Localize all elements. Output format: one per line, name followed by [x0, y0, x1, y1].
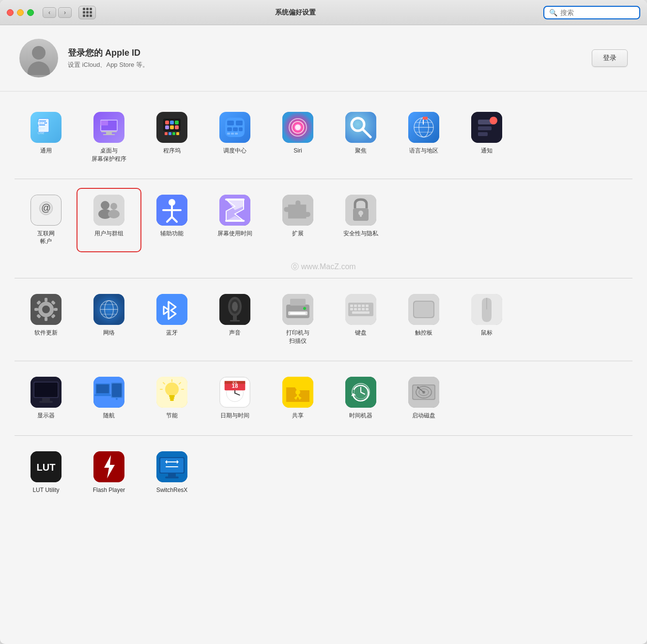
svg-rect-14 [163, 119, 181, 131]
notification-icon [471, 112, 502, 143]
trackpad-svg [408, 294, 439, 325]
siri-svg [282, 112, 313, 143]
apple-id-subtitle: 设置 iCloud、App Store 等。 [68, 61, 592, 69]
minimize-button[interactable] [17, 9, 24, 16]
pref-switchresx[interactable]: SwitchResX [140, 445, 203, 500]
svg-point-81 [44, 307, 48, 312]
svg-text:LUT: LUT [37, 462, 56, 473]
maximize-button[interactable] [27, 9, 34, 16]
system-preferences-window: ‹ › 系统偏好设置 🔍 登录您的 Apple ID 设置 iCloud、App [0, 0, 647, 644]
notification-label: 通知 [481, 147, 493, 155]
screentime-label: 屏幕使用时间 [217, 230, 252, 238]
pref-mission[interactable]: 调度中心 [203, 106, 266, 169]
third-party-icons-grid: LUT LUT Utility Flash Player [15, 441, 632, 505]
pref-language[interactable]: 语言与地区 [392, 106, 455, 169]
pref-datetime[interactable]: 18 JUL 日期与时间 [203, 371, 266, 426]
pref-flash[interactable]: Flash Player [77, 445, 140, 500]
system-icons-grid: 显示器 [15, 366, 632, 430]
datetime-svg: 18 JUL [220, 377, 250, 408]
svg-rect-116 [366, 305, 369, 307]
dock-svg [161, 117, 183, 138]
svg-rect-102 [233, 315, 237, 320]
signin-button[interactable]: 登录 [592, 49, 628, 67]
svg-rect-29 [233, 127, 238, 131]
svg-rect-30 [239, 127, 243, 131]
svg-rect-138 [112, 383, 122, 397]
pref-bluetooth[interactable]: 蓝牙 [140, 288, 203, 351]
lut-icon: LUT [31, 451, 62, 482]
svg-point-161 [295, 390, 300, 395]
pref-security[interactable]: 安全性与隐私 [329, 189, 392, 252]
pref-general[interactable]: File New One 通用 [15, 106, 77, 169]
pref-energy[interactable]: 节能 [140, 371, 203, 426]
svg-rect-15 [165, 132, 168, 135]
sound-label: 声音 [229, 329, 241, 337]
search-box[interactable]: 🔍 [543, 6, 640, 19]
sharing-svg [282, 377, 313, 408]
close-button[interactable] [7, 9, 14, 16]
accessibility-svg [156, 195, 187, 226]
printer-icon [282, 294, 313, 325]
software-icon [31, 294, 62, 325]
pref-screentime[interactable]: 屏幕使用时间 [203, 189, 266, 252]
pref-mouse[interactable]: 鼠标 [455, 288, 518, 351]
general-label: 通用 [40, 147, 52, 155]
startup-label: 启动磁盘 [412, 412, 435, 420]
switchresx-icon [156, 451, 187, 482]
svg-rect-24 [175, 125, 179, 129]
lut-label: LUT Utility [32, 486, 59, 494]
startup-icon [408, 377, 439, 408]
svg-rect-112 [350, 305, 353, 307]
pref-internet[interactable]: @ 互联网帐户 [15, 189, 77, 252]
pref-desktop[interactable]: 桌面与屏幕保护程序 [77, 106, 140, 169]
pref-sidecar[interactable]: 随航 [77, 371, 140, 426]
svg-point-101 [232, 302, 238, 311]
svg-rect-120 [362, 308, 365, 310]
pref-dock[interactable]: 程序坞 [140, 106, 203, 169]
pref-users-groups[interactable]: 用户与群组 [77, 189, 140, 252]
mouse-svg [471, 294, 502, 325]
pref-lut[interactable]: LUT LUT Utility [15, 445, 77, 500]
svg-point-63 [169, 199, 175, 206]
pref-extensions[interactable]: 扩展 [266, 189, 329, 252]
pref-timemachine[interactable]: 时间机器 [329, 371, 392, 426]
dock-icon [156, 112, 187, 143]
lut-svg: LUT [31, 451, 62, 482]
pref-sound[interactable]: 声音 [203, 288, 266, 351]
section-system: 显示器 [15, 366, 632, 430]
pref-printer[interactable]: 打印机与扫描仪 [266, 288, 329, 351]
svg-text:One: One [38, 131, 44, 135]
switchresx-svg [156, 451, 187, 482]
pref-notification[interactable]: 通知 [455, 106, 518, 169]
pref-display[interactable]: 显示器 [15, 371, 77, 426]
trackpad-icon [408, 294, 439, 325]
svg-rect-31 [227, 133, 230, 135]
datetime-label: 日期与时间 [220, 412, 249, 420]
pref-siri[interactable]: Siri [266, 106, 329, 169]
search-input[interactable] [560, 9, 634, 16]
trackpad-label: 触控板 [415, 329, 432, 337]
pref-software[interactable]: 软件更新 [15, 288, 77, 351]
pref-spotlight[interactable]: 聚焦 [329, 106, 392, 169]
svg-rect-28 [227, 127, 232, 131]
users-label: 用户与群组 [94, 230, 123, 238]
pref-accessibility[interactable]: 辅助功能 [140, 189, 203, 252]
svg-rect-135 [96, 384, 109, 393]
pref-sharing[interactable]: 共享 [266, 371, 329, 426]
software-label: 软件更新 [34, 329, 58, 337]
svg-rect-117 [350, 308, 353, 310]
pref-startup[interactable]: 启动磁盘 [392, 371, 455, 426]
network-label: 网络 [103, 329, 115, 337]
svg-text:JUL: JUL [232, 381, 238, 384]
svg-point-109 [303, 307, 306, 310]
energy-label: 节能 [166, 412, 178, 420]
svg-rect-132 [39, 401, 53, 403]
network-icon [93, 294, 124, 325]
pref-keyboard[interactable]: 键盘 [329, 288, 392, 351]
avatar-head [32, 46, 46, 60]
svg-rect-84 [34, 308, 38, 311]
svg-point-58 [101, 201, 109, 210]
pref-trackpad[interactable]: 触控板 [392, 288, 455, 351]
pref-network[interactable]: 网络 [77, 288, 140, 351]
energy-svg [156, 377, 187, 408]
